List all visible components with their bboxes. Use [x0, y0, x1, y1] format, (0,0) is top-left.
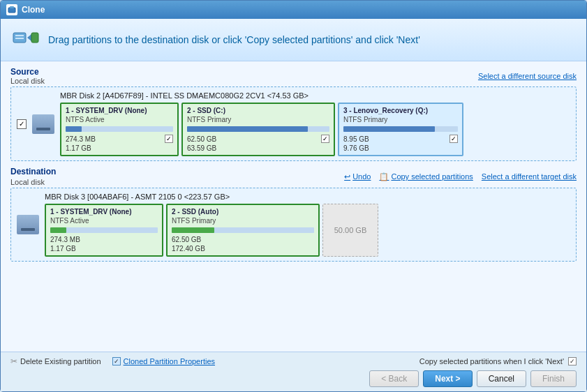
destination-drive-icon — [17, 215, 39, 234]
dest-p2-size1: 62.50 GB — [172, 236, 314, 243]
svg-rect-6 — [31, 33, 38, 43]
dest-p2-bar-fill — [172, 227, 214, 233]
back-button[interactable]: < Back — [369, 370, 419, 387]
source-p1-check[interactable]: ✓ — [165, 135, 173, 143]
svg-rect-3 — [15, 35, 24, 36]
dest-p2-size2: 172.40 GB — [172, 245, 314, 252]
cloned-props-link[interactable]: Cloned Partition Properties — [124, 357, 215, 365]
source-partitions-row: 1 - SYSTEM_DRV (None) NTFS Active 274.3 … — [60, 103, 570, 156]
source-p2-bar-fill — [187, 126, 308, 132]
footer-left: ✂ Delete Existing partition ✓ Cloned Par… — [10, 356, 215, 366]
source-p3-size1: 8.95 GB — [343, 135, 369, 143]
source-p2-size2: 63.59 GB — [187, 144, 329, 152]
source-p2-title: 2 - SSD (C:) — [187, 107, 329, 114]
source-p1-type: NTFS Active — [66, 116, 173, 123]
dest-p1-bar-fill — [50, 227, 66, 233]
source-disk-label: MBR Disk 2 [A4D67F89] - INTEL SS DMAEMC0… — [60, 91, 570, 100]
undo-copy-row: ↩ Undo 📋 Copy selected partitions Select… — [344, 172, 577, 181]
footer-right: Copy selected partitions when I click 'N… — [419, 357, 577, 365]
svg-rect-1 — [10, 6, 14, 8]
destination-disk-container: MBR Disk 3 [004ABAF6] - ASMT 2105 0 <223… — [10, 188, 577, 262]
clone-window: Clone Drag partitions to the destination… — [0, 0, 587, 392]
source-disk-container: ✓ MBR Disk 2 [A4D67F89] - INTEL SS DMAEM… — [10, 86, 577, 161]
main-area: Source Local disk Select a different sou… — [1, 61, 586, 352]
title-bar-icon — [6, 4, 17, 15]
svg-marker-5 — [27, 34, 31, 41]
dest-p1-size1: 274.3 MB — [50, 236, 158, 243]
destination-title: Destination — [10, 167, 56, 176]
finish-button[interactable]: Finish — [530, 370, 577, 387]
source-title: Source — [10, 67, 45, 77]
source-p3-check[interactable]: ✓ — [449, 135, 458, 143]
dest-p2-title: 2 - SSD (Auto) — [172, 208, 314, 216]
destination-disk-info: MBR Disk 3 [004ABAF6] - ASMT 2105 0 <223… — [45, 193, 570, 257]
svg-rect-4 — [15, 38, 24, 39]
destination-section: Destination Local disk ↩ Undo 📋 Copy sel… — [10, 165, 577, 262]
destination-disk-label: MBR Disk 3 [004ABAF6] - ASMT 2105 0 <223… — [45, 193, 570, 201]
delete-existing-label: Delete Existing partition — [20, 357, 101, 365]
source-p2-size1: 62.50 GB — [187, 135, 216, 143]
undo-arrow-icon: ↩ — [344, 172, 350, 181]
source-drive-icon — [32, 114, 54, 134]
cloned-props-checkbox[interactable]: ✓ — [112, 357, 121, 365]
main-content: Drag partitions to the destination disk … — [1, 19, 586, 391]
cancel-button[interactable]: Cancel — [477, 370, 526, 387]
destination-subtitle: Local disk — [10, 178, 56, 186]
dest-p1-type: NTFS Active — [50, 217, 158, 225]
header-banner: Drag partitions to the destination disk … — [1, 19, 586, 61]
footer-bar: ✂ Delete Existing partition ✓ Cloned Par… — [1, 352, 586, 391]
button-row: < Back Next > Cancel Finish — [10, 370, 577, 387]
select-target-link[interactable]: Select a different target disk — [482, 172, 577, 181]
source-p3-title: 3 - Lenovo_Recovery (Q:) — [343, 107, 458, 114]
source-header: Source Local disk Select a different sou… — [10, 67, 577, 85]
source-p3-bar-fill — [343, 126, 435, 132]
copy-icon: 📋 — [379, 172, 389, 181]
source-p2-bar-bg — [187, 126, 329, 132]
source-p3-type: NTFS Primary — [343, 116, 458, 123]
source-subtitle: Local disk — [10, 77, 45, 85]
header-title: Drag partitions to the destination disk … — [48, 34, 420, 45]
svg-rect-0 — [8, 8, 15, 13]
source-p2-sizes: 62.50 GB ✓ — [187, 135, 329, 143]
dest-p2-type: NTFS Primary — [172, 217, 314, 225]
select-source-link[interactable]: Select a different source disk — [478, 72, 577, 80]
empty-partition-label: 50.00 GB — [334, 226, 366, 234]
source-p3-sizes: 8.95 GB ✓ — [343, 135, 458, 143]
source-partition-2[interactable]: 2 - SSD (C:) NTFS Primary 62.50 GB ✓ 63.… — [181, 103, 335, 156]
source-p1-size1: 274.3 MB — [66, 135, 96, 143]
source-p3-bar-bg — [343, 126, 458, 132]
copy-on-next-label: Copy selected partitions when I click 'N… — [419, 357, 564, 365]
dest-p1-title: 1 - SYSTEM_DRV (None) — [50, 208, 158, 216]
source-disk-checkbox[interactable]: ✓ — [17, 119, 27, 129]
undo-link[interactable]: ↩ Undo — [344, 172, 371, 181]
cloned-props-option: ✓ Cloned Partition Properties — [112, 357, 215, 365]
copy-on-next-checkbox[interactable]: ✓ — [568, 357, 577, 365]
source-p2-check[interactable]: ✓ — [321, 135, 329, 143]
source-p1-bar-fill — [66, 126, 82, 132]
destination-partition-empty: 50.00 GB — [322, 204, 378, 257]
scissors-icon: ✂ — [10, 356, 17, 366]
dest-p2-bar-bg — [172, 227, 314, 233]
app-icon — [12, 26, 40, 54]
source-p2-type: NTFS Primary — [187, 116, 329, 123]
source-p1-title: 1 - SYSTEM_DRV (None) — [66, 107, 173, 114]
source-partition-3[interactable]: 3 - Lenovo_Recovery (Q:) NTFS Primary 8.… — [338, 103, 463, 156]
destination-partition-2[interactable]: 2 - SSD (Auto) NTFS Primary 62.50 GB 172… — [166, 204, 320, 257]
source-section: Source Local disk Select a different sou… — [10, 67, 577, 161]
dest-p1-size2: 1.17 GB — [50, 245, 158, 252]
source-p1-size2: 1.17 GB — [66, 144, 173, 152]
title-bar-text: Clone — [22, 5, 45, 15]
source-p1-bar-bg — [66, 126, 173, 132]
source-disk-info: MBR Disk 2 [A4D67F89] - INTEL SS DMAEMC0… — [60, 91, 570, 156]
destination-partition-1[interactable]: 1 - SYSTEM_DRV (None) NTFS Active 274.3 … — [45, 204, 163, 257]
next-button[interactable]: Next > — [423, 370, 472, 387]
destination-header: Destination Local disk ↩ Undo 📋 Copy sel… — [10, 167, 577, 186]
footer-options: ✂ Delete Existing partition ✓ Cloned Par… — [10, 356, 577, 366]
destination-partitions-row: 1 - SYSTEM_DRV (None) NTFS Active 274.3 … — [45, 204, 570, 257]
copy-selected-link[interactable]: 📋 Copy selected partitions — [379, 172, 473, 181]
source-partition-1[interactable]: 1 - SYSTEM_DRV (None) NTFS Active 274.3 … — [60, 103, 179, 156]
source-p1-sizes: 274.3 MB ✓ — [66, 135, 173, 143]
title-bar: Clone — [1, 1, 586, 19]
delete-existing-option: ✂ Delete Existing partition — [10, 356, 101, 366]
source-p3-size2: 9.76 GB — [343, 144, 458, 152]
